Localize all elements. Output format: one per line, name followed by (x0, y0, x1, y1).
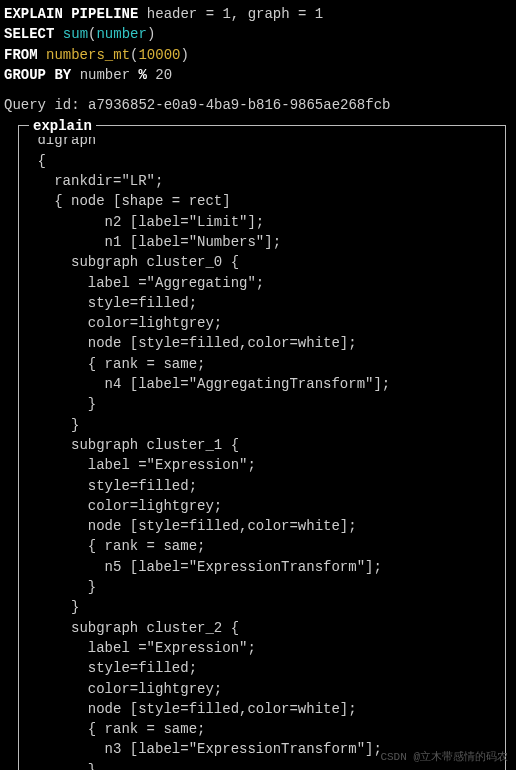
query-id-label: Query id: (4, 97, 88, 113)
sp (38, 47, 46, 63)
kw-groupby: GROUP BY (4, 67, 71, 83)
sql-line-3: FROM numbers_mt(10000) (4, 45, 512, 65)
arg-number: number (96, 26, 146, 42)
kw-explain: EXPLAIN PIPELINE (4, 6, 138, 22)
expr: number (80, 67, 139, 83)
watermark: CSDN @立木带感情的码农 (380, 750, 508, 766)
kw-from: FROM (4, 47, 38, 63)
sp (71, 67, 79, 83)
sp (54, 26, 62, 42)
query-id-value: a7936852-e0a9-4ba9-b816-9865ae268fcb (88, 97, 390, 113)
paren: ) (147, 26, 155, 42)
op-mod: % (138, 67, 146, 83)
tbl-name: numbers_mt (46, 47, 130, 63)
sql-line-4: GROUP BY number % 20 (4, 65, 512, 85)
explain-body: digraph { rankdir="LR"; { node [shape = … (29, 130, 497, 770)
expr: 20 (147, 67, 172, 83)
txt: header = 1, graph = 1 (138, 6, 323, 22)
explain-box: explain digraph { rankdir="LR"; { node [… (18, 125, 506, 770)
fn-sum: sum (63, 26, 88, 42)
explain-box-title: explain (29, 116, 96, 136)
num-10000: 10000 (138, 47, 180, 63)
query-id-line: Query id: a7936852-e0a9-4ba9-b816-9865ae… (4, 95, 512, 115)
paren: ) (180, 47, 188, 63)
kw-select: SELECT (4, 26, 54, 42)
sql-line-1: EXPLAIN PIPELINE header = 1, graph = 1 (4, 4, 512, 24)
sql-line-2: SELECT sum(number) (4, 24, 512, 44)
